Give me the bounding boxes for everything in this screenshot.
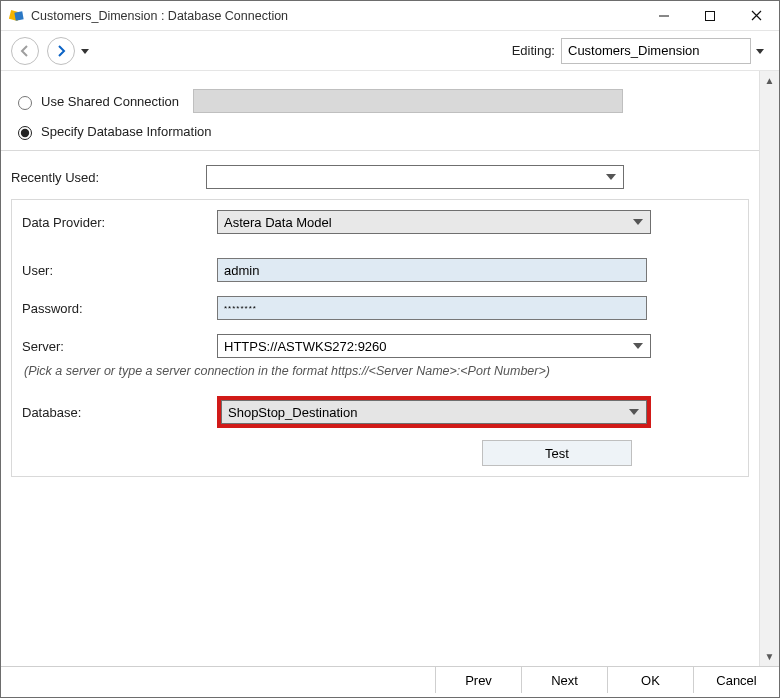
app-icon: [9, 8, 25, 24]
dialog-body: Use Shared Connection Specify Database I…: [1, 71, 779, 667]
scroll-up-icon[interactable]: ▲: [765, 75, 775, 86]
svg-rect-2: [706, 11, 715, 20]
dialog-window: Customers_Dimension : Database Connectio…: [0, 0, 780, 698]
user-label: User:: [22, 263, 217, 278]
title-bar: Customers_Dimension : Database Connectio…: [1, 1, 779, 31]
vertical-scrollbar[interactable]: ▲ ▼: [759, 71, 779, 666]
ok-button[interactable]: OK: [607, 667, 693, 693]
nav-toolbar: Editing:: [1, 31, 779, 71]
server-label: Server:: [22, 339, 217, 354]
data-provider-select[interactable]: Astera Data Model: [217, 210, 651, 234]
history-dropdown-icon[interactable]: [81, 43, 89, 58]
dialog-footer: Prev Next OK Cancel: [1, 667, 779, 697]
password-label: Password:: [22, 301, 217, 316]
use-shared-radio[interactable]: [18, 96, 32, 110]
server-select[interactable]: HTTPS://ASTWKS272:9260: [217, 334, 651, 358]
database-select[interactable]: ShopStop_Destination: [221, 400, 647, 424]
specify-text: Specify Database Information: [41, 124, 212, 139]
content-area: Use Shared Connection Specify Database I…: [1, 71, 759, 666]
cancel-button[interactable]: Cancel: [693, 667, 779, 693]
close-button[interactable]: [733, 1, 779, 31]
editing-dropdown-icon[interactable]: [751, 43, 769, 58]
specify-radio-label[interactable]: Specify Database Information: [13, 123, 212, 140]
shared-connection-select: [193, 89, 623, 113]
test-button[interactable]: Test: [482, 440, 632, 466]
provider-group: Data Provider: Astera Data Model User: P…: [11, 199, 749, 477]
minimize-button[interactable]: [641, 1, 687, 31]
recently-used-select[interactable]: [206, 165, 624, 189]
user-input[interactable]: [217, 258, 647, 282]
server-hint: (Pick a server or type a server connecti…: [24, 364, 738, 378]
scroll-down-icon[interactable]: ▼: [765, 651, 775, 662]
use-shared-radio-label[interactable]: Use Shared Connection: [13, 93, 179, 110]
database-label: Database:: [22, 405, 217, 420]
data-provider-label: Data Provider:: [22, 215, 217, 230]
prev-button[interactable]: Prev: [435, 667, 521, 693]
editing-label: Editing:: [512, 43, 555, 58]
database-highlight: ShopStop_Destination: [217, 396, 651, 428]
window-title: Customers_Dimension : Database Connectio…: [31, 9, 288, 23]
recently-used-label: Recently Used:: [11, 170, 206, 185]
svg-rect-1: [14, 11, 23, 20]
use-shared-text: Use Shared Connection: [41, 94, 179, 109]
next-button[interactable]: Next: [521, 667, 607, 693]
password-input[interactable]: [217, 296, 647, 320]
maximize-button[interactable]: [687, 1, 733, 31]
back-button[interactable]: [11, 37, 39, 65]
specify-radio[interactable]: [18, 126, 32, 140]
divider: [1, 150, 759, 151]
forward-button[interactable]: [47, 37, 75, 65]
editing-select[interactable]: [561, 38, 751, 64]
